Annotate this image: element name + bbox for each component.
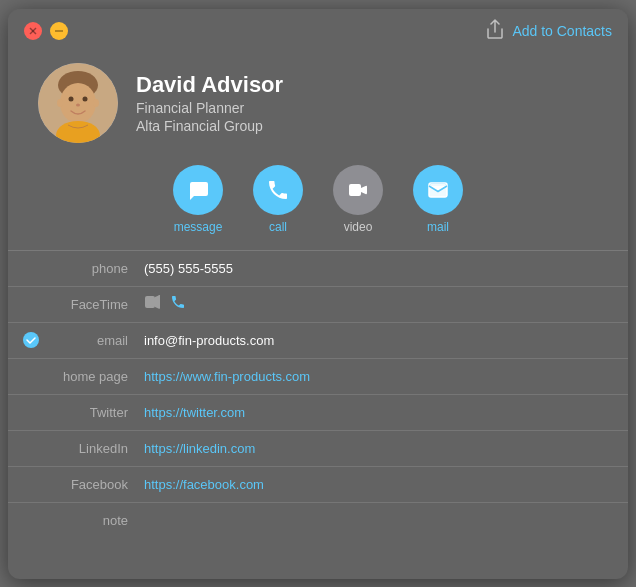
linkedin-value[interactable]: https://linkedin.com [144,441,255,456]
avatar [38,63,118,143]
profile-company: Alta Financial Group [136,118,283,134]
facetime-label: FaceTime [24,297,144,312]
close-button[interactable] [24,22,42,40]
mail-action[interactable]: mail [413,165,463,234]
phone-label: phone [24,261,144,276]
phone-row: phone (555) 555-5555 [8,251,628,287]
homepage-label: home page [24,369,144,384]
homepage-value[interactable]: https://www.fin-products.com [144,369,310,384]
add-to-contacts-button[interactable]: Add to Contacts [512,23,612,39]
homepage-row: home page https://www.fin-products.com [8,359,628,395]
video-action[interactable]: video [333,165,383,234]
facetime-video-icon[interactable] [144,295,162,313]
video-label: video [344,220,373,234]
message-label: message [174,220,223,234]
action-buttons: message call video [8,159,628,250]
verified-badge-icon [22,331,40,349]
facetime-row: FaceTime [8,287,628,323]
info-section: phone (555) 555-5555 FaceTime [8,251,628,579]
minimize-button[interactable] [50,22,68,40]
svg-point-6 [69,96,74,101]
facetime-phone-icon[interactable] [170,294,186,314]
email-value: info@fin-products.com [144,333,612,348]
svg-point-9 [57,99,63,107]
contact-window: Add to Contacts [8,9,628,579]
note-label: note [24,513,144,528]
mail-label: mail [427,220,449,234]
phone-value: (555) 555-5555 [144,261,612,276]
linkedin-label: LinkedIn [24,441,144,456]
email-row: email info@fin-products.com [8,323,628,359]
twitter-label: Twitter [24,405,144,420]
svg-point-7 [83,96,88,101]
profile-name: David Advisor [136,72,283,98]
mail-icon [413,165,463,215]
facebook-row: Facebook https://facebook.com [8,467,628,503]
facebook-label: Facebook [24,477,144,492]
call-icon [253,165,303,215]
message-action[interactable]: message [173,165,223,234]
svg-point-5 [60,83,96,123]
facebook-value[interactable]: https://facebook.com [144,477,264,492]
note-row: note [8,503,628,539]
titlebar-controls [24,22,68,40]
linkedin-row: LinkedIn https://linkedin.com [8,431,628,467]
svg-point-13 [23,332,39,348]
facetime-icons [144,294,186,314]
email-label: email [24,333,144,348]
profile-section: David Advisor Financial Planner Alta Fin… [8,53,628,159]
titlebar-actions: Add to Contacts [486,19,612,43]
svg-rect-12 [429,184,447,197]
video-icon [333,165,383,215]
profile-title: Financial Planner [136,100,283,116]
titlebar: Add to Contacts [8,9,628,53]
profile-info: David Advisor Financial Planner Alta Fin… [136,72,283,134]
svg-point-10 [93,99,99,107]
call-action[interactable]: call [253,165,303,234]
twitter-value[interactable]: https://twitter.com [144,405,245,420]
twitter-row: Twitter https://twitter.com [8,395,628,431]
svg-point-8 [76,103,80,106]
message-icon [173,165,223,215]
call-label: call [269,220,287,234]
share-icon[interactable] [486,19,504,43]
